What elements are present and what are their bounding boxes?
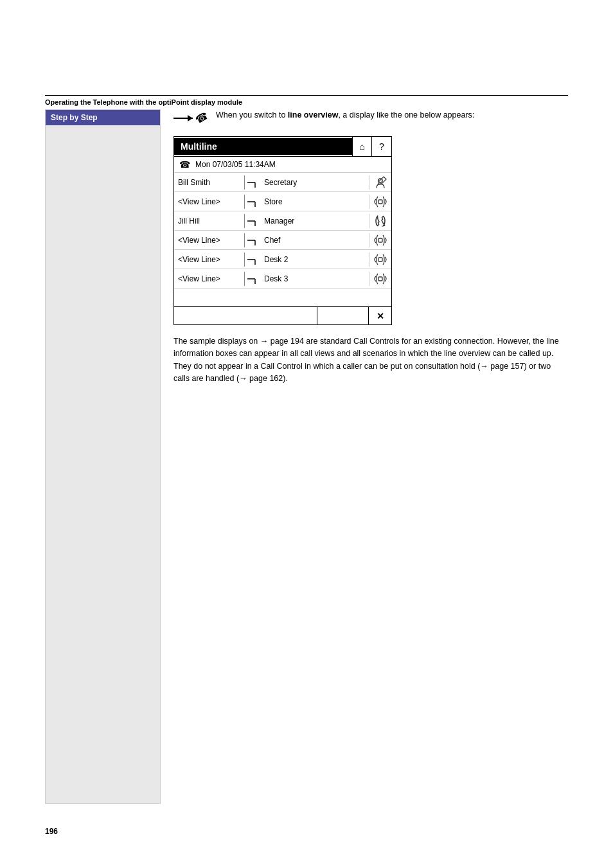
arrow-line xyxy=(173,118,193,119)
home-button[interactable]: ⌂ xyxy=(353,137,372,156)
line-row: Bill Smith Secretary xyxy=(174,173,391,192)
page-number: 196 xyxy=(45,827,58,836)
line-overview-icon: ☎ xyxy=(173,111,208,126)
display-header: Multiline ⌂ ? xyxy=(174,137,391,157)
sidebar: Step by Step xyxy=(45,109,161,804)
connector-3 xyxy=(245,215,260,227)
intro-text-after: , a display like the one below appears: xyxy=(338,111,474,120)
display-icon-group: ⌂ ? xyxy=(352,137,391,156)
line-action-ringing-3[interactable] xyxy=(369,252,391,267)
intro-text-block: When you switch to line overview, a disp… xyxy=(216,109,474,121)
line-row: <View Line> Desk 3 xyxy=(174,269,391,288)
line-row: <View Line> Store xyxy=(174,192,391,211)
main-content: ☎ When you switch to line overview, a di… xyxy=(173,109,568,385)
display-time: Mon 07/03/05 11:34AM xyxy=(195,160,276,169)
line-label-chef[interactable]: Chef xyxy=(260,233,369,247)
line-name-viewline-4[interactable]: <View Line> xyxy=(174,272,245,286)
line-action-call[interactable] xyxy=(369,214,391,228)
connector-5 xyxy=(245,253,260,266)
line-name-viewline-1[interactable]: <View Line> xyxy=(174,195,245,209)
line-row: Jill Hill Manager xyxy=(174,211,391,231)
connector-2 xyxy=(245,195,260,208)
svg-rect-10 xyxy=(378,238,382,242)
svg-rect-5 xyxy=(378,200,382,204)
intro-paragraph: ☎ When you switch to line overview, a di… xyxy=(173,109,568,126)
sidebar-label: Step by Step xyxy=(46,110,160,125)
svg-rect-13 xyxy=(378,258,382,261)
line-name-viewline-2[interactable]: <View Line> xyxy=(174,233,245,247)
close-button[interactable]: ✕ xyxy=(369,307,391,324)
line-action-ringing-1[interactable] xyxy=(369,195,391,209)
line-row: <View Line> Desk 2 xyxy=(174,250,391,269)
line-label-secretary[interactable]: Secretary xyxy=(260,175,369,190)
intro-text-before: When you switch to xyxy=(216,111,288,120)
handset-icon: ☎ xyxy=(192,109,211,128)
intro-bold: line overview xyxy=(288,111,339,120)
svg-point-2 xyxy=(378,179,382,182)
line-name-bill-smith[interactable]: Bill Smith xyxy=(174,175,245,190)
display-bottom-mid xyxy=(317,307,369,324)
help-button[interactable]: ? xyxy=(372,137,391,156)
line-name-viewline-3[interactable]: <View Line> xyxy=(174,252,245,267)
connector-6 xyxy=(245,272,260,285)
line-action-ringing-2[interactable] xyxy=(369,233,391,247)
line-name-jill-hill[interactable]: Jill Hill xyxy=(174,214,245,228)
svg-rect-16 xyxy=(378,277,382,281)
line-rows: Bill Smith Secretary <Vi xyxy=(174,173,391,288)
display-bottom-left xyxy=(174,307,317,324)
line-action-edit[interactable] xyxy=(369,175,391,190)
line-row: <View Line> Chef xyxy=(174,231,391,250)
body-text: The sample displays on → page 194 are st… xyxy=(173,335,568,385)
display-spacer xyxy=(174,288,391,306)
line-action-ringing-4[interactable] xyxy=(369,272,391,286)
line-label-manager[interactable]: Manager xyxy=(260,214,369,228)
display-time-row: ☎ Mon 07/03/05 11:34AM xyxy=(174,157,391,173)
line-label-store[interactable]: Store xyxy=(260,195,369,209)
display-mockup: Multiline ⌂ ? ☎ Mon 07/03/05 11:34AM Bil… xyxy=(173,136,392,325)
connector-4 xyxy=(245,234,260,247)
line-label-desk2[interactable]: Desk 2 xyxy=(260,252,369,267)
connector-1 xyxy=(245,176,260,189)
phone-time-icon: ☎ xyxy=(179,159,190,170)
section-title: Operating the Telephone with the optiPoi… xyxy=(45,95,568,106)
display-title: Multiline xyxy=(174,138,352,155)
line-label-desk3[interactable]: Desk 3 xyxy=(260,272,369,286)
display-bottom-bar: ✕ xyxy=(174,306,391,324)
